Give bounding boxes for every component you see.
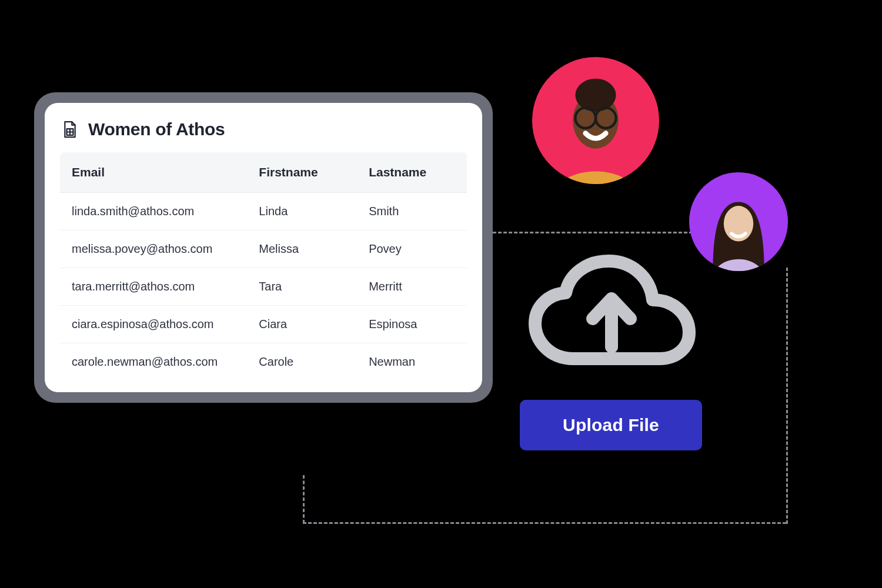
cell-first: Linda — [247, 193, 357, 230]
table-row: tara.merritt@athos.com Tara Merritt — [60, 268, 467, 306]
col-header-email: Email — [60, 152, 247, 193]
cloud-upload-icon — [523, 253, 700, 376]
table-row: melissa.povey@athos.com Melissa Povey — [60, 230, 467, 268]
cell-last: Merritt — [357, 268, 467, 306]
avatar — [689, 172, 788, 271]
cell-email: tara.merritt@athos.com — [60, 268, 247, 306]
connector-line — [303, 475, 305, 523]
card-header: Women of Athos — [60, 119, 467, 139]
table-card-frame: Women of Athos Email Firstname Lastname … — [34, 92, 493, 403]
col-header-firstname: Firstname — [247, 152, 357, 193]
upload-file-button-label: Upload File — [563, 415, 659, 435]
table-row: linda.smith@athos.com Linda Smith — [60, 193, 467, 230]
cell-email: linda.smith@athos.com — [60, 193, 247, 230]
cell-first: Tara — [247, 268, 357, 306]
cell-first: Carole — [247, 343, 357, 381]
cell-email: ciara.espinosa@athos.com — [60, 306, 247, 343]
col-header-lastname: Lastname — [357, 152, 467, 193]
table-row: ciara.espinosa@athos.com Ciara Espinosa — [60, 306, 467, 343]
svg-point-2 — [575, 79, 616, 112]
spreadsheet-file-icon — [62, 121, 78, 138]
cell-email: carole.newman@athos.com — [60, 343, 247, 381]
avatar — [532, 57, 659, 184]
contacts-table: Email Firstname Lastname linda.smith@ath… — [60, 152, 467, 380]
cell-first: Ciara — [247, 306, 357, 343]
cell-last: Newman — [357, 343, 467, 381]
table-row: carole.newman@athos.com Carole Newman — [60, 343, 467, 381]
upload-file-button[interactable]: Upload File — [520, 400, 702, 450]
cell-last: Espinosa — [357, 306, 467, 343]
cell-last: Povey — [357, 230, 467, 268]
cell-first: Melissa — [247, 230, 357, 268]
cell-last: Smith — [357, 193, 467, 230]
connector-line — [493, 232, 693, 233]
connector-line — [786, 268, 788, 524]
connector-line — [303, 522, 786, 524]
card-title: Women of Athos — [88, 119, 225, 139]
cell-email: melissa.povey@athos.com — [60, 230, 247, 268]
table-card: Women of Athos Email Firstname Lastname … — [45, 103, 482, 392]
